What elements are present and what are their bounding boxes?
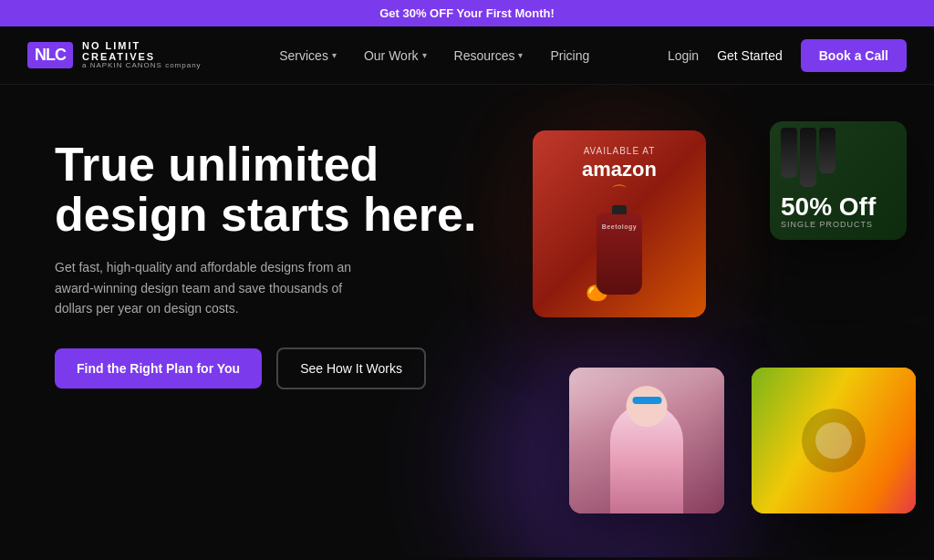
product-tube-3: [819, 128, 835, 173]
login-link[interactable]: Login: [668, 48, 699, 63]
nav-center: Services ▾ Our Work ▾ Resources ▾ Pricin…: [279, 48, 589, 63]
product-tube-2: [800, 128, 816, 187]
fashion-card: [569, 368, 724, 513]
chevron-down-icon: ▾: [518, 50, 523, 60]
get-started-link[interactable]: Get Started: [717, 48, 783, 63]
promo-text: Get 30% OFF Your First Month!: [379, 6, 555, 20]
portrait-head: [627, 386, 668, 427]
logo-line1: NO LIMIT: [82, 40, 202, 51]
discount-card: 50% Off SINGLE PRODUCTS: [770, 121, 907, 240]
nav-pricing[interactable]: Pricing: [550, 48, 589, 63]
logo-badge: NLC: [27, 42, 73, 68]
hero-content: True unlimited design starts here. Get f…: [55, 140, 493, 389]
hero-buttons: Find the Right Plan for You See How It W…: [55, 347, 493, 389]
sunglasses-icon: [632, 397, 661, 404]
logo-tagline: a NAPKIN CANONS company: [82, 62, 202, 70]
hero-section: True unlimited design starts here. Get f…: [0, 85, 934, 557]
amazon-arrow-icon: ⌒: [582, 181, 657, 203]
nav-pricing-label: Pricing: [550, 48, 589, 63]
nav-services-label: Services: [279, 48, 328, 63]
colorful-card: [752, 368, 916, 513]
navbar: NLC NO LIMIT CREATIVES a NAPKIN CANONS c…: [0, 26, 934, 85]
nav-our-work[interactable]: Our Work ▾: [364, 48, 427, 63]
promo-banner: Get 30% OFF Your First Month!: [0, 0, 934, 26]
hero-title: True unlimited design starts here.: [55, 140, 493, 239]
hero-subtitle: Get fast, high-quality and affordable de…: [55, 257, 383, 318]
find-plan-button[interactable]: Find the Right Plan for You: [55, 348, 262, 389]
abstract-inner-circle: [815, 422, 852, 459]
available-at-label: AVAILABLE AT: [582, 146, 657, 156]
nav-resources[interactable]: Resources ▾: [454, 48, 524, 63]
book-call-button[interactable]: Book a Call: [801, 39, 907, 72]
product-tube-1: [781, 128, 797, 178]
discount-label: 50% Off: [781, 194, 876, 220]
amazon-card: AVAILABLE AT amazon ⌒ Beetology 🍊: [533, 130, 706, 317]
abstract-circle: [802, 409, 866, 472]
nav-resources-label: Resources: [454, 48, 515, 63]
amazon-brand-label: amazon: [582, 158, 657, 181]
see-how-button[interactable]: See How It Works: [276, 347, 426, 389]
chevron-down-icon: ▾: [332, 50, 337, 60]
portrait-background: [569, 368, 724, 513]
chevron-down-icon: ▾: [422, 50, 427, 60]
colorful-background: [752, 368, 916, 513]
nav-our-work-label: Our Work: [364, 48, 419, 63]
portrait-figure: [610, 404, 683, 513]
discount-detail: SINGLE PRODUCTS: [781, 220, 873, 229]
logo-text: NO LIMIT CREATIVES a NAPKIN CANONS compa…: [82, 40, 202, 70]
hero-images: AVAILABLE AT amazon ⌒ Beetology 🍊: [460, 112, 934, 557]
nav-services[interactable]: Services ▾: [279, 48, 337, 63]
nav-right: Login Get Started Book a Call: [668, 39, 907, 72]
logo[interactable]: NLC NO LIMIT CREATIVES a NAPKIN CANONS c…: [27, 40, 202, 70]
beetology-label: Beetology: [600, 223, 638, 230]
